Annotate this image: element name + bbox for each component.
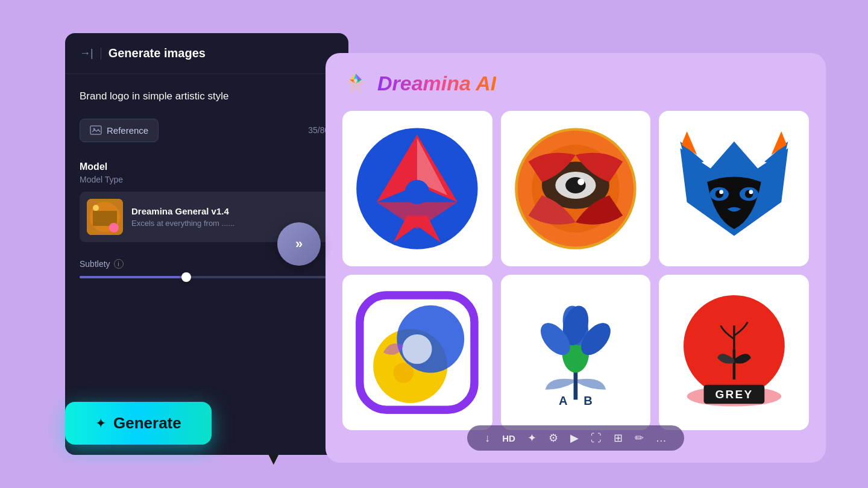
svg-text:A: A bbox=[559, 394, 568, 407]
variations-icon[interactable]: ⊞ bbox=[614, 431, 623, 445]
model-type-label: Model Type bbox=[80, 175, 334, 184]
svg-point-6 bbox=[93, 205, 99, 211]
subtlety-slider[interactable] bbox=[80, 276, 334, 278]
arrows-icon: » bbox=[295, 236, 303, 252]
logo-3-svg bbox=[667, 119, 802, 258]
svg-point-35 bbox=[403, 334, 432, 364]
model-name: Dreamina General v1.4 bbox=[131, 206, 327, 216]
svg-point-36 bbox=[394, 363, 414, 383]
logo-image-1[interactable] bbox=[342, 111, 492, 266]
image-grid: A B GREY bbox=[342, 111, 809, 430]
prompt-text: Brand logo in simple artistic style bbox=[80, 89, 334, 104]
generate-button[interactable]: ✦ Generate bbox=[65, 402, 212, 445]
model-thumbnail-image bbox=[87, 199, 123, 235]
style-icon[interactable]: ⚙ bbox=[549, 431, 558, 445]
header-divider bbox=[101, 48, 101, 60]
logo-image-5[interactable]: A B bbox=[501, 275, 651, 430]
generate-btn-container: ✦ Generate bbox=[65, 402, 212, 445]
logo-6-svg: GREY bbox=[667, 283, 802, 422]
enhance-icon[interactable]: ✦ bbox=[527, 431, 536, 445]
edit-icon[interactable]: ✏ bbox=[635, 431, 644, 445]
logo-image-3[interactable] bbox=[659, 111, 809, 266]
expand-icon[interactable]: ⛶ bbox=[591, 432, 602, 445]
hd-button[interactable]: HD bbox=[502, 433, 515, 443]
cursor-arrow: ▼ bbox=[265, 449, 282, 469]
download-icon[interactable]: ↓ bbox=[485, 432, 490, 445]
subtlety-label: Subtlety bbox=[80, 259, 110, 269]
model-thumbnail bbox=[87, 199, 123, 235]
svg-point-21 bbox=[577, 178, 584, 185]
svg-point-30 bbox=[719, 190, 723, 194]
logo-image-4[interactable] bbox=[342, 275, 492, 430]
slider-fill bbox=[80, 276, 186, 278]
svg-rect-46 bbox=[732, 349, 735, 379]
logo-5-svg: A B bbox=[508, 283, 643, 422]
svg-point-5 bbox=[109, 223, 119, 233]
svg-text:GREY: GREY bbox=[715, 388, 753, 401]
svg-point-8 bbox=[353, 80, 358, 84]
logo-4-svg bbox=[350, 283, 485, 422]
panel-header: →| Generate images bbox=[65, 33, 348, 74]
reference-label: Reference bbox=[107, 125, 148, 136]
generate-btn-text: Generate bbox=[113, 414, 181, 433]
logo-1-svg bbox=[350, 119, 485, 258]
animate-icon[interactable]: ▶ bbox=[570, 431, 579, 445]
logo-image-6[interactable]: GREY bbox=[659, 275, 809, 430]
reference-row: Reference 35/800 bbox=[80, 119, 334, 142]
collapse-icon[interactable]: →| bbox=[80, 47, 93, 60]
svg-point-15 bbox=[405, 180, 429, 204]
subtlety-info-icon[interactable]: i bbox=[114, 259, 124, 269]
slider-thumb[interactable] bbox=[181, 272, 191, 282]
logo-image-2[interactable] bbox=[501, 111, 651, 266]
svg-rect-4 bbox=[93, 211, 117, 226]
panel-title: Generate images bbox=[108, 46, 206, 60]
dreamina-header: Dreamina AI bbox=[342, 70, 809, 96]
logo-2-svg bbox=[508, 119, 643, 258]
model-section-label: Model bbox=[80, 161, 334, 172]
dreamina-logo bbox=[342, 70, 369, 96]
generate-star-icon: ✦ bbox=[95, 416, 106, 431]
right-panel: Dreamina AI bbox=[326, 53, 826, 463]
svg-point-31 bbox=[749, 190, 753, 194]
forward-arrows-button[interactable]: » bbox=[277, 222, 321, 266]
reference-button[interactable]: Reference bbox=[80, 119, 159, 142]
bottom-toolbar: ↓ HD ✦ ⚙ ▶ ⛶ ⊞ ✏ … bbox=[467, 425, 684, 451]
dreamina-title: Dreamina AI bbox=[377, 72, 496, 95]
svg-text:B: B bbox=[583, 394, 593, 407]
more-icon[interactable]: … bbox=[656, 432, 667, 445]
reference-icon bbox=[90, 125, 102, 135]
svg-point-1 bbox=[93, 128, 95, 130]
